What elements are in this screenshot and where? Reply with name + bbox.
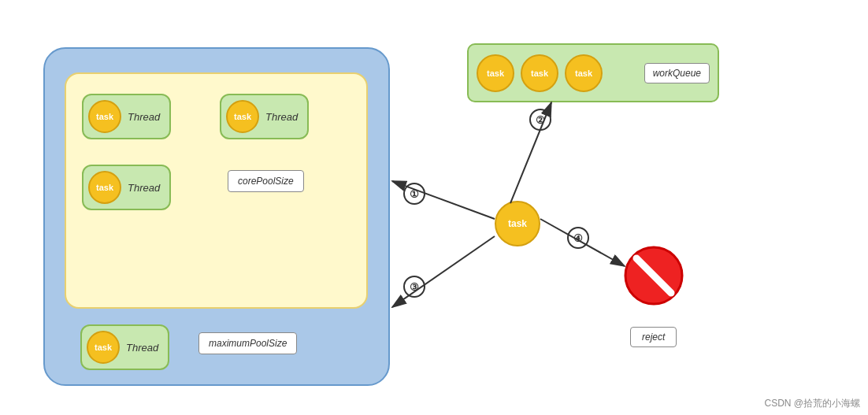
step-3-label: ③	[410, 281, 419, 293]
diagram-container: task Thread task Thread task Thread c	[0, 0, 868, 415]
reject-label: reject	[630, 327, 677, 347]
wq-task-label-2: task	[531, 69, 548, 78]
task-label-3: task	[96, 183, 113, 192]
maximumpoolsize-label: maximumPoolSize	[198, 332, 297, 354]
task-circle-2: task	[226, 100, 259, 133]
reject-text: reject	[642, 332, 665, 343]
svg-line-5	[392, 236, 495, 307]
task-circle-1: task	[88, 100, 121, 133]
step-4-label: ④	[573, 232, 583, 244]
watermark: CSDN @拾荒的小海螺	[764, 397, 860, 410]
wq-task-label-1: task	[487, 69, 504, 78]
task-circle-3: task	[88, 171, 121, 204]
task-circle-4: task	[87, 331, 120, 364]
task-label-1: task	[96, 112, 113, 121]
task-label-4: task	[95, 343, 112, 352]
step-1-circle: ①	[403, 183, 425, 205]
maximumpoolsize-text: maximumPoolSize	[209, 338, 287, 349]
workqueue-text: workQueue	[653, 68, 701, 79]
corepoolsize-label: corePoolSize	[228, 170, 304, 192]
workqueue-container: task task task workQueue	[467, 43, 719, 102]
step-4-circle: ④	[567, 227, 589, 249]
step-2-label: ②	[536, 114, 545, 126]
task-label-2: task	[234, 112, 251, 121]
corepoolsize-text: corePoolSize	[238, 176, 294, 187]
wq-task-2: task	[521, 54, 558, 92]
central-task-circle: task	[495, 201, 540, 246]
thread-label-4: Thread	[126, 342, 158, 354]
thread-label-1: Thread	[128, 111, 160, 123]
core-pool-inner: task Thread task Thread task Thread c	[65, 72, 368, 309]
workqueue-label: workQueue	[644, 63, 710, 83]
thread-label-2: Thread	[265, 111, 298, 123]
task-thread-box-1: task Thread	[82, 94, 171, 139]
wq-task-label-3: task	[575, 69, 592, 78]
step-1-label: ①	[410, 188, 419, 200]
thread-label-3: Thread	[128, 182, 160, 194]
thread-pool-outer: task Thread task Thread task Thread c	[43, 47, 390, 386]
task-thread-box-3: task Thread	[82, 165, 171, 210]
step-3-circle: ③	[403, 276, 425, 298]
watermark-text: CSDN @拾荒的小海螺	[764, 398, 860, 409]
task-thread-box-2: task Thread	[220, 94, 309, 139]
wq-task-1: task	[477, 54, 514, 92]
reject-icon	[622, 244, 685, 307]
task-thread-box-4: task Thread	[80, 324, 169, 370]
central-task-label: task	[508, 218, 527, 229]
wq-task-3: task	[565, 54, 603, 92]
step-2-circle: ②	[529, 109, 551, 131]
